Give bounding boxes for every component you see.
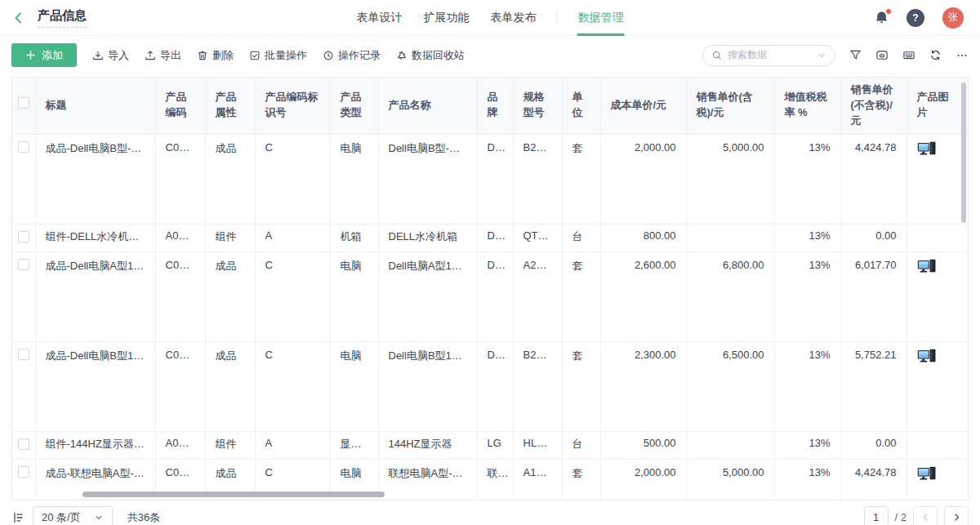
pagination-settings-button[interactable] [11,511,24,524]
tab-extended-features[interactable]: 扩展功能 [413,0,480,36]
toolbar: 添加 导入导出删除批量操作操作记录数据回收站 搜索数据 [0,36,980,75]
cell-cost_price: 2,000.00 [600,134,686,224]
table-row[interactable]: 成品-Dell电脑A型144HZ-A...C0011成品C电脑Dell电脑A型1… [12,251,968,341]
cell-spec: A13001 [513,459,562,501]
vertical-scrollbar-thumb[interactable] [961,82,966,223]
cell-code: C0010 [155,341,205,431]
cell-brand: DELL [477,224,513,251]
cell-vat_rate: 13% [774,341,840,431]
column-header-sale_price_no_tax: 销售单价(不含税)/元 [840,78,906,134]
filter-button[interactable] [849,49,862,61]
row-checkbox[interactable] [18,466,29,478]
recycle-bin-button[interactable]: 数据回收站 [396,48,465,63]
column-header-title: 标题 [35,78,155,134]
cell-vat_rate: 13% [774,431,840,459]
select-all-cell [12,78,35,134]
column-header-sale_price_tax: 销售单价(含税)/元 [686,78,774,134]
notification-button[interactable] [875,11,889,24]
avatar[interactable]: 张 [942,7,964,29]
cell-attribute: 成品 [205,134,255,224]
current-page-input[interactable]: 1 [864,506,889,525]
tab-form-design[interactable]: 表单设计 [346,0,413,36]
more-icon [956,50,969,61]
cell-cost_price: 800.00 [600,224,686,251]
chevron-down-icon [94,513,104,523]
cell-cost_price: 500.00 [600,431,686,459]
cell-attribute: 成品 [205,341,255,431]
desktop-computer-thumbnail[interactable] [917,349,938,367]
next-page-button[interactable] [944,506,969,525]
topbar-right: ? 张 [875,7,964,29]
operation-log-button[interactable]: 操作记录 [323,48,381,63]
export-button[interactable]: 导出 [145,48,181,63]
table-view-button[interactable] [875,49,889,61]
row-checkbox[interactable] [18,349,29,360]
cell-name: Dell电脑B型144HZ [378,341,477,431]
cell-brand: DELL [477,134,513,224]
more-button[interactable] [956,50,969,61]
cell-type: 电脑 [330,251,378,341]
select-all-checkbox[interactable] [18,97,29,109]
help-icon: ? [912,12,918,24]
import-button[interactable]: 导入 [92,48,129,63]
help-button[interactable]: ? [906,9,924,27]
add-button[interactable]: 添加 [11,43,77,67]
desktop-computer-thumbnail[interactable] [917,466,938,485]
row-checkbox[interactable] [18,231,29,242]
search-icon [711,50,723,61]
cell-image [906,224,968,251]
page-title: 产品信息 [38,8,87,28]
cell-brand: LG [477,431,513,459]
tab-data-management[interactable]: 数据管理 [568,0,635,36]
column-header-type: 产品类型 [330,78,378,134]
column-header-image: 产品图片 [906,78,968,134]
desktop-computer-thumbnail[interactable] [917,259,938,278]
cell-code: C0013 [155,134,205,224]
pager: 1 / 2 [864,506,969,525]
row-select-cell [12,224,35,251]
back-button[interactable] [11,11,26,25]
page-size-select[interactable]: 20 条/页 [33,506,113,525]
import-button-label: 导入 [108,48,129,63]
cell-unit: 套 [562,459,600,501]
column-header-code: 产品编码 [155,78,205,134]
page-size-value: 20 条/页 [42,510,81,525]
cell-code: A0009 [155,431,205,459]
search-input[interactable]: 搜索数据 [702,45,835,66]
tab-form-publish[interactable]: 表单发布 [480,0,547,36]
history-icon [323,50,334,61]
cell-code_flag: A [255,431,330,459]
column-header-brand: 品牌 [477,78,513,134]
row-checkbox[interactable] [18,141,29,153]
cell-spec: B23000 [513,341,562,431]
table-row[interactable]: 成品-Dell电脑B型-水冷机...C0013成品C电脑Dell电脑B型-水冷机… [12,134,968,224]
table-row[interactable]: 成品-Dell电脑B型144HZ-B...C0010成品C电脑Dell电脑B型1… [12,341,968,431]
row-select-cell [12,431,35,459]
cell-cost_price: 2,000.00 [600,459,686,501]
delete-button[interactable]: 删除 [197,48,234,63]
row-checkbox[interactable] [18,438,29,450]
batch-operation-button[interactable]: 批量操作 [249,48,307,63]
tab-divider [557,11,558,24]
horizontal-scrollbar-thumb[interactable] [82,492,385,497]
cell-unit: 台 [562,431,600,459]
refresh-button[interactable] [929,49,942,61]
cell-type: 电脑 [330,341,378,431]
row-select-cell [12,341,35,431]
cell-code: C0011 [155,251,205,341]
table-row[interactable]: 组件-DELL水冷机箱-QTP-3...A0012组件A机箱DELL水冷机箱DE… [12,224,968,251]
cell-name: Dell电脑B型-水冷机箱 [378,134,477,224]
cell-attribute: 成品 [205,251,255,341]
previous-page-button[interactable] [913,506,938,525]
import-icon [92,50,104,61]
batch-icon [249,50,261,61]
table-row[interactable]: 组件-144HZ显示器-HL6000A0009组件A显示器144HZ显示器LGH… [12,431,968,459]
keyboard-button[interactable] [902,49,915,61]
cell-sale_price_tax: 6,800.00 [686,251,774,341]
cell-brand: 联想 [477,459,513,501]
export-button-label: 导出 [160,48,181,63]
row-checkbox[interactable] [18,259,29,270]
cell-title: 成品-Dell电脑B型144HZ-B... [35,341,155,431]
desktop-computer-thumbnail[interactable] [917,141,938,160]
cell-type: 电脑 [330,134,378,224]
